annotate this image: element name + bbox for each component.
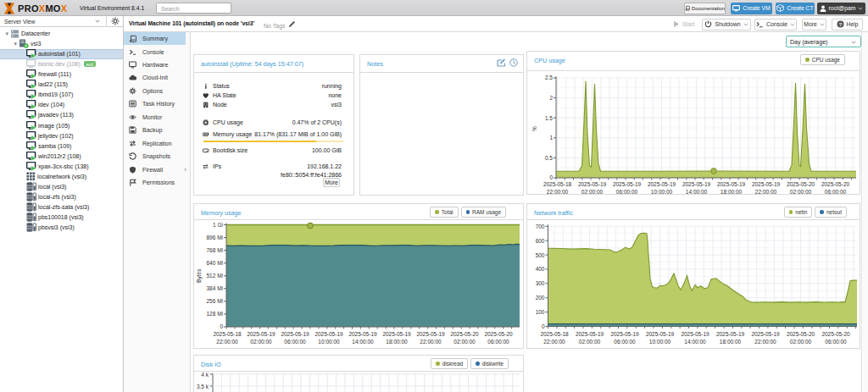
svg-text:14:00:00: 14:00:00: [684, 339, 706, 345]
svg-text:2025-05-19: 2025-05-19: [682, 181, 711, 187]
svg-text:2025-05-19: 2025-05-19: [751, 331, 780, 337]
svg-text:2025-05-19: 2025-05-19: [648, 181, 676, 187]
svg-text:2025-05-20: 2025-05-20: [484, 331, 513, 337]
svg-text:2025-05-20: 2025-05-20: [787, 181, 815, 187]
svg-text:2025-05-19: 2025-05-19: [247, 331, 275, 337]
svg-text:22:00:00: 22:00:00: [754, 339, 776, 345]
svg-text:2025-05-19: 2025-05-19: [416, 331, 445, 337]
svg-text:2025-05-19: 2025-05-19: [382, 331, 411, 337]
svg-text:02:00:00: 02:00:00: [250, 339, 272, 345]
svg-text:640 Mi: 640 Mi: [206, 260, 223, 266]
svg-text:1 Gi: 1 Gi: [213, 222, 223, 228]
svg-text:2025-05-19: 2025-05-19: [610, 331, 639, 337]
svg-text:10:00:00: 10:00:00: [651, 189, 673, 195]
svg-text:14:00:00: 14:00:00: [352, 339, 374, 345]
svg-text:512 Mi: 512 Mi: [206, 273, 223, 279]
svg-text:2025-05-19: 2025-05-19: [717, 181, 746, 187]
svg-text:22:00:00: 22:00:00: [755, 189, 777, 195]
svg-text:2025-05-18: 2025-05-18: [543, 181, 572, 187]
svg-text:06:00:00: 06:00:00: [487, 339, 509, 345]
svg-text:10:00:00: 10:00:00: [318, 339, 340, 345]
svg-text:768 Mi: 768 Mi: [206, 247, 223, 253]
svg-text:2025-05-20: 2025-05-20: [450, 331, 479, 337]
svg-text:1.5: 1.5: [545, 115, 553, 121]
svg-text:2025-05-19: 2025-05-19: [716, 331, 745, 337]
svg-text:2025-05-20: 2025-05-20: [821, 331, 850, 337]
svg-text:400: 400: [536, 266, 545, 272]
svg-text:896 Mi: 896 Mi: [206, 235, 223, 240]
svg-text:06:00:00: 06:00:00: [616, 189, 638, 195]
svg-text:06:00:00: 06:00:00: [825, 339, 847, 345]
svg-text:18:00:00: 18:00:00: [720, 339, 742, 345]
svg-text:0: 0: [220, 323, 223, 329]
svg-text:02:00:00: 02:00:00: [453, 339, 476, 345]
svg-text:2025-05-18: 2025-05-18: [213, 331, 242, 337]
svg-text:2025-05-18: 2025-05-18: [540, 331, 569, 337]
svg-text:22:00:00: 22:00:00: [543, 339, 565, 345]
svg-text:300: 300: [536, 280, 545, 286]
svg-text:10:00:00: 10:00:00: [649, 339, 671, 345]
svg-text:22:00:00: 22:00:00: [216, 339, 238, 345]
svg-text:02:00:00: 02:00:00: [790, 339, 812, 345]
svg-text:2025-05-19: 2025-05-19: [281, 331, 309, 337]
svg-text:18:00:00: 18:00:00: [386, 339, 408, 345]
svg-text:?: ?: [838, 22, 842, 27]
svg-text:1: 1: [549, 135, 553, 141]
svg-text:3.5 k: 3.5 k: [197, 384, 209, 389]
svg-text:2025-05-19: 2025-05-19: [613, 181, 642, 187]
svg-text:2.5: 2.5: [545, 75, 553, 80]
svg-text:2025-05-20: 2025-05-20: [821, 181, 850, 187]
svg-text:200: 200: [536, 295, 545, 301]
svg-text:2025-05-19: 2025-05-19: [752, 181, 781, 187]
svg-text:0.5: 0.5: [545, 155, 553, 161]
svg-text:2: 2: [549, 95, 553, 101]
svg-text:100: 100: [536, 309, 545, 315]
svg-text:06:00:00: 06:00:00: [825, 189, 847, 195]
svg-text:256 Mi: 256 Mi: [206, 298, 223, 304]
svg-text:Bytes: Bytes: [196, 268, 203, 283]
svg-text:22:00:00: 22:00:00: [420, 339, 442, 345]
svg-text:14:00:00: 14:00:00: [686, 189, 708, 195]
svg-text:600: 600: [536, 238, 545, 244]
svg-text:%: %: [531, 126, 537, 131]
svg-text:384 Mi: 384 Mi: [206, 285, 223, 291]
svg-text:2025-05-20: 2025-05-20: [787, 331, 815, 337]
svg-text:18:00:00: 18:00:00: [721, 189, 743, 195]
svg-text:2025-05-19: 2025-05-19: [314, 331, 343, 337]
svg-text:4 k: 4 k: [201, 372, 209, 378]
svg-text:2025-05-19: 2025-05-19: [348, 331, 377, 337]
svg-text:128 Mi: 128 Mi: [206, 311, 223, 317]
svg-text:02:00:00: 02:00:00: [579, 339, 601, 345]
svg-text:2025-05-19: 2025-05-19: [576, 331, 604, 337]
svg-text:2025-05-19: 2025-05-19: [646, 331, 675, 337]
svg-text:2025-05-19: 2025-05-19: [681, 331, 709, 337]
svg-text:0: 0: [549, 174, 553, 180]
svg-text:500: 500: [536, 252, 545, 258]
svg-text:0: 0: [542, 323, 545, 329]
svg-text:2025-05-19: 2025-05-19: [578, 181, 607, 187]
svg-text:02:00:00: 02:00:00: [790, 189, 812, 195]
svg-text:06:00:00: 06:00:00: [614, 339, 636, 345]
svg-text:22:00:00: 22:00:00: [547, 189, 569, 195]
svg-text:06:00:00: 06:00:00: [284, 339, 306, 345]
svg-text:02:00:00: 02:00:00: [581, 189, 604, 195]
svg-text:700: 700: [536, 224, 545, 229]
